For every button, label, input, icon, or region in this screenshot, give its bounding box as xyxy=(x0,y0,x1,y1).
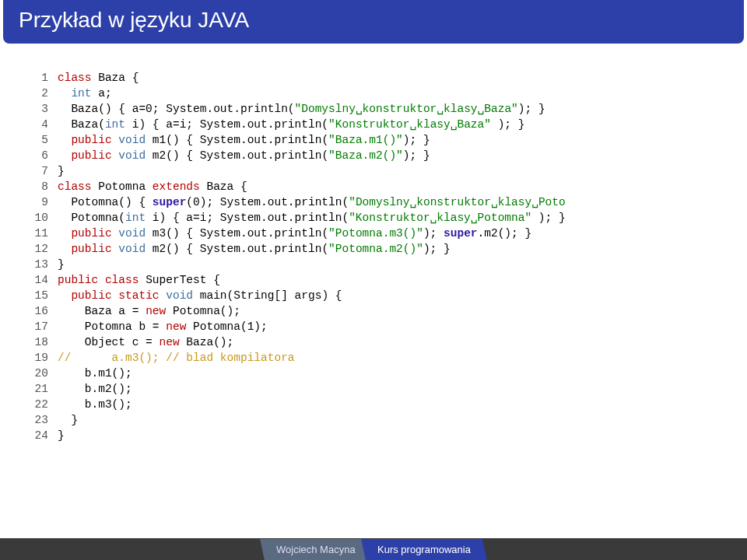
code-content: } xyxy=(58,163,722,179)
code-line: 4 Baza(int i) { a=i; System.out.println(… xyxy=(30,117,722,132)
line-number: 18 xyxy=(30,334,58,350)
code-content: int a; xyxy=(58,86,722,101)
code-line: 13} xyxy=(30,257,722,272)
line-number: 16 xyxy=(30,303,58,319)
line-number: 22 xyxy=(30,397,58,412)
code-content: Baza a = new Potomna(); xyxy=(58,303,722,319)
footer-course: Kurs programowania xyxy=(361,539,487,560)
code-line: 19// a.m3(); // blad kompilatora xyxy=(30,350,722,366)
code-content: // a.m3(); // blad kompilatora xyxy=(58,350,722,366)
code-line: 17 Potomna b = new Potomna(1); xyxy=(30,319,722,334)
code-line: 7} xyxy=(30,163,722,179)
code-content: class Baza { xyxy=(58,70,722,86)
line-number: 1 xyxy=(30,70,58,86)
line-number: 7 xyxy=(30,163,58,179)
line-number: 20 xyxy=(30,366,58,381)
code-content: Potomna b = new Potomna(1); xyxy=(58,319,722,334)
code-line: 5 public void m1() { System.out.println(… xyxy=(30,132,722,148)
line-number: 19 xyxy=(30,350,58,366)
slide-footer: Wojciech Macyna Kurs programowania xyxy=(0,538,747,560)
code-content: public void m2() { System.out.println("B… xyxy=(58,148,722,163)
code-line: 10 Potomna(int i) { a=i; System.out.prin… xyxy=(30,210,722,226)
code-content: Potomna(int i) { a=i; System.out.println… xyxy=(58,210,722,226)
code-content: public void m3() { System.out.println("P… xyxy=(58,226,722,241)
code-content: class Potomna extends Baza { xyxy=(58,179,722,194)
code-content: public class SuperTest { xyxy=(58,272,722,288)
code-content: } xyxy=(58,412,722,428)
code-line: 1class Baza { xyxy=(30,70,722,86)
code-content: Baza(int i) { a=i; System.out.println("K… xyxy=(58,117,722,132)
code-content: b.m3(); xyxy=(58,397,722,412)
slide-title: Przykład w języku JAVA xyxy=(3,0,744,44)
line-number: 11 xyxy=(30,226,58,241)
line-number: 4 xyxy=(30,117,58,132)
line-number: 3 xyxy=(30,101,58,117)
code-content: public void m2() { System.out.println("P… xyxy=(58,241,722,257)
line-number: 23 xyxy=(30,412,58,428)
code-line: 8class Potomna extends Baza { xyxy=(30,179,722,194)
line-number: 10 xyxy=(30,210,58,226)
code-content: Baza() { a=0; System.out.println("Domysl… xyxy=(58,101,722,117)
line-number: 24 xyxy=(30,428,58,443)
line-number: 9 xyxy=(30,194,58,210)
line-number: 15 xyxy=(30,288,58,303)
line-number: 8 xyxy=(30,179,58,194)
code-content: } xyxy=(58,257,722,272)
footer-author: Wojciech Macyna xyxy=(260,539,371,560)
code-line: 11 public void m3() { System.out.println… xyxy=(30,226,722,241)
code-line: 16 Baza a = new Potomna(); xyxy=(30,303,722,319)
code-content: public void m1() { System.out.println("B… xyxy=(58,132,722,148)
code-line: 21 b.m2(); xyxy=(30,381,722,397)
code-content: } xyxy=(58,428,722,443)
code-line: 3 Baza() { a=0; System.out.println("Domy… xyxy=(30,101,722,117)
code-line: 23 } xyxy=(30,412,722,428)
code-content: Object c = new Baza(); xyxy=(58,334,722,350)
code-content: Potomna() { super(0); System.out.println… xyxy=(58,194,722,210)
line-number: 2 xyxy=(30,86,58,101)
code-line: 12 public void m2() { System.out.println… xyxy=(30,241,722,257)
line-number: 21 xyxy=(30,381,58,397)
code-listing: 1class Baza {2 int a;3 Baza() { a=0; Sys… xyxy=(25,65,722,448)
code-line: 6 public void m2() { System.out.println(… xyxy=(30,148,722,163)
code-line: 22 b.m3(); xyxy=(30,397,722,412)
line-number: 13 xyxy=(30,257,58,272)
code-line: 15 public static void main(String[] args… xyxy=(30,288,722,303)
code-content: b.m2(); xyxy=(58,381,722,397)
code-line: 18 Object c = new Baza(); xyxy=(30,334,722,350)
line-number: 12 xyxy=(30,241,58,257)
code-line: 14public class SuperTest { xyxy=(30,272,722,288)
code-content: public static void main(String[] args) { xyxy=(58,288,722,303)
line-number: 6 xyxy=(30,148,58,163)
code-content: b.m1(); xyxy=(58,366,722,381)
line-number: 17 xyxy=(30,319,58,334)
code-line: 2 int a; xyxy=(30,86,722,101)
line-number: 5 xyxy=(30,132,58,148)
code-line: 9 Potomna() { super(0); System.out.print… xyxy=(30,194,722,210)
line-number: 14 xyxy=(30,272,58,288)
code-line: 24} xyxy=(30,428,722,443)
code-line: 20 b.m1(); xyxy=(30,366,722,381)
